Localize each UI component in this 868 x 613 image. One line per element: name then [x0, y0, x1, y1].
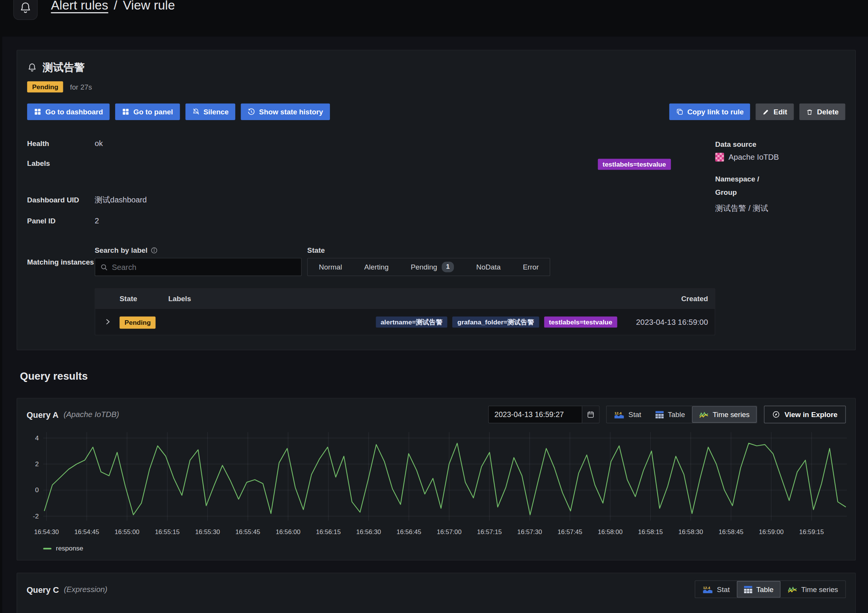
go-to-panel-button[interactable]: Go to panel	[115, 103, 180, 120]
matching-instances-section: Matching instances Search by label	[27, 246, 715, 335]
stat-icon: 12.4	[614, 410, 625, 419]
copy-icon	[676, 108, 683, 116]
left-edge-strip	[0, 0, 2, 613]
compass-icon	[772, 411, 780, 418]
state-filter-label: State	[307, 246, 325, 255]
view-in-explore-label: View in Explore	[784, 410, 837, 419]
info-icon[interactable]	[151, 247, 158, 254]
column-header-state: State	[120, 294, 169, 303]
svg-text:16:58:45: 16:58:45	[719, 528, 743, 536]
namespace-group-label: Namespace / Group	[715, 173, 776, 199]
go-to-dashboard-label: Go to dashboard	[45, 108, 103, 116]
health-value: ok	[95, 139, 715, 148]
alerting-nav-button[interactable]	[13, 0, 38, 20]
namespace-group-value: 测试告警 / 测试	[715, 204, 845, 213]
query-a-panel: Query A (Apache IoTDB) 12.4 Stat	[17, 398, 856, 561]
svg-text:16:57:15: 16:57:15	[477, 528, 502, 536]
column-header-labels: Labels	[168, 294, 620, 303]
go-to-dashboard-button[interactable]: Go to dashboard	[27, 103, 109, 120]
query-c-subtitle: (Expression)	[64, 585, 107, 594]
svg-text:16:56:00: 16:56:00	[276, 528, 301, 536]
legend-series-label[interactable]: response	[56, 544, 84, 552]
svg-text:-2: -2	[33, 512, 39, 520]
svg-text:2: 2	[35, 460, 39, 468]
history-icon	[248, 108, 255, 116]
query-a-title: Query A	[27, 410, 59, 419]
query-c-panel: Query C (Expression) 12.4 Stat Table	[17, 573, 856, 613]
svg-text:16:56:15: 16:56:15	[316, 528, 341, 536]
row-state-badge: Pending	[120, 316, 156, 329]
breadcrumb-separator: /	[114, 0, 117, 13]
view-table-button[interactable]: Table	[648, 406, 692, 423]
rule-details-panel: 测试告警 Pending for 27s Go to dashboard Go …	[17, 50, 856, 350]
state-filter-normal[interactable]: Normal	[308, 258, 353, 276]
view-timeseries-button[interactable]: Time series	[692, 406, 757, 423]
svg-text:4: 4	[35, 434, 39, 442]
state-filter-error[interactable]: Error	[512, 258, 550, 276]
view-stat-button[interactable]: 12.4 Stat	[695, 581, 737, 598]
state-filter-nodata[interactable]: NoData	[465, 258, 512, 276]
view-in-explore-button[interactable]: View in Explore	[764, 406, 846, 423]
timeseries-chart[interactable]: 420-216:54:3016:54:4516:55:0016:55:1516:…	[27, 428, 848, 543]
svg-text:16:58:30: 16:58:30	[678, 528, 703, 536]
bell-icon	[27, 63, 37, 72]
silence-label: Silence	[203, 108, 228, 116]
row-label-badge: grafana_folder=测试告警	[452, 316, 539, 327]
panel-icon	[122, 108, 129, 116]
svg-text:16:58:00: 16:58:00	[598, 528, 623, 536]
row-expand-chevron-icon[interactable]	[95, 318, 120, 326]
svg-text:12.4: 12.4	[615, 411, 622, 415]
datasource-icon	[715, 153, 724, 162]
view-timeseries-button[interactable]: Time series	[781, 581, 845, 598]
datasource-label: Data source	[715, 140, 845, 148]
svg-text:16:57:00: 16:57:00	[437, 528, 461, 536]
visualization-toggle-group: 12.4 Stat Table Time series	[606, 406, 757, 423]
view-table-button[interactable]: Table	[737, 581, 781, 598]
top-nav-bar: Alert rules / View rule	[0, 0, 868, 37]
stat-icon: 12.4	[702, 585, 713, 594]
state-filter-pending[interactable]: Pending 1	[400, 258, 465, 276]
table-icon	[744, 585, 752, 594]
edit-button[interactable]: Edit	[756, 103, 794, 120]
panel-id-value: 2	[95, 217, 715, 225]
breadcrumb-alert-rules-link[interactable]: Alert rules	[51, 0, 108, 13]
breadcrumb: Alert rules / View rule	[51, 0, 175, 13]
svg-text:16:56:45: 16:56:45	[397, 528, 421, 536]
state-filter-group: Normal Alerting Pending 1 NoData Error	[307, 258, 551, 276]
show-state-history-button[interactable]: Show state history	[241, 103, 330, 120]
svg-text:16:59:15: 16:59:15	[799, 528, 824, 536]
search-input[interactable]	[112, 263, 296, 271]
svg-text:16:55:30: 16:55:30	[195, 528, 220, 536]
apps-icon	[34, 108, 42, 116]
search-by-label-text: Search by label	[95, 246, 147, 255]
silence-button[interactable]: Silence	[185, 103, 235, 120]
svg-text:16:55:15: 16:55:15	[155, 528, 180, 536]
edit-label: Edit	[773, 108, 787, 116]
delete-button[interactable]: Delete	[799, 103, 845, 120]
datasource-value: Apache IoTDB	[728, 153, 779, 162]
svg-text:12.4: 12.4	[703, 585, 710, 589]
copy-link-label: Copy link to rule	[687, 108, 744, 116]
health-label: Health	[27, 139, 95, 148]
svg-text:0: 0	[35, 486, 39, 494]
svg-text:16:58:15: 16:58:15	[638, 528, 663, 536]
timeseries-icon	[699, 411, 709, 418]
state-filter-alerting[interactable]: Alerting	[353, 258, 400, 276]
bell-slash-icon	[192, 108, 199, 116]
query-c-title: Query C	[27, 585, 59, 594]
svg-text:16:54:45: 16:54:45	[74, 528, 99, 536]
visualization-toggle-group: 12.4 Stat Table Time series	[695, 581, 846, 598]
rule-for-duration: for 27s	[70, 83, 92, 91]
labels-label: Labels	[27, 159, 95, 168]
calendar-icon[interactable]	[582, 406, 599, 423]
copy-link-to-rule-button[interactable]: Copy link to rule	[669, 103, 750, 120]
svg-text:16:57:45: 16:57:45	[558, 528, 582, 536]
time-picker-input[interactable]	[489, 406, 582, 423]
svg-text:16:56:30: 16:56:30	[356, 528, 381, 536]
query-a-subtitle: (Apache IoTDB)	[64, 410, 119, 419]
svg-text:16:59:00: 16:59:00	[759, 528, 784, 536]
row-label-badge: alertname=测试告警	[376, 316, 447, 327]
trash-icon	[806, 108, 813, 116]
label-badge: testlabels=testvalue	[598, 159, 671, 170]
view-stat-button[interactable]: 12.4 Stat	[607, 406, 648, 423]
